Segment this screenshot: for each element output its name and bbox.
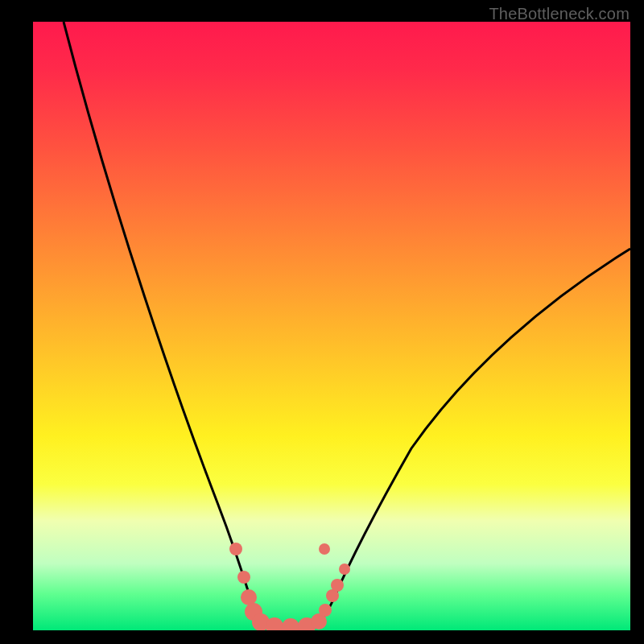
marker [319,604,332,617]
marker [339,564,350,575]
plot-area [33,22,630,630]
chart-container: TheBottleneck.com [0,0,644,644]
watermark-text: TheBottleneck.com [489,5,630,23]
chart-svg [33,22,630,630]
marker [241,589,257,605]
left-curve [64,22,299,629]
marker [282,618,299,630]
marker [331,579,344,592]
marker [319,543,330,555]
marker [229,543,242,555]
marker [237,571,250,584]
